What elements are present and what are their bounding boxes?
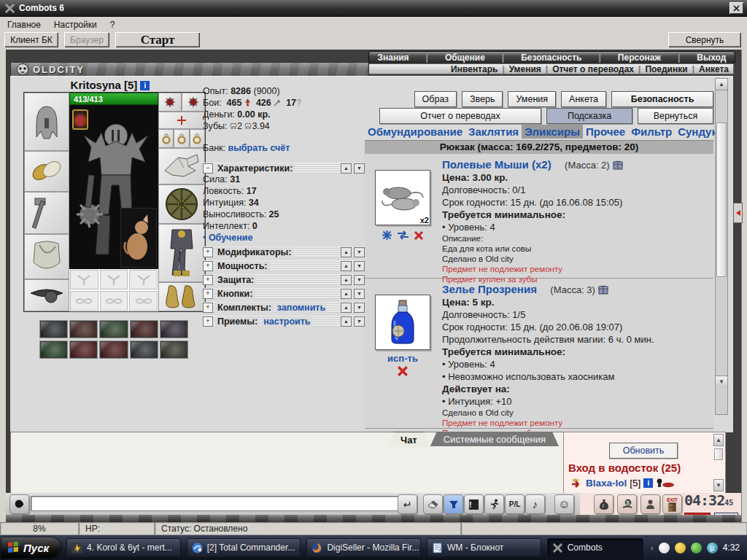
task-firefox[interactable]: DigiSeller - Mozilla Fir... [306,538,421,557]
expand-icon[interactable]: + [203,303,213,313]
tab-other[interactable]: Прочее [583,125,628,139]
gift-icon[interactable] [613,160,623,170]
delete-x-icon[interactable] [414,230,424,241]
spin-up-icon[interactable]: ▲ [341,303,352,313]
filter-funnel-icon[interactable] [444,494,463,514]
tile-shield-green-2[interactable] [39,341,68,359]
slot-earring-left[interactable] [158,93,182,112]
skills-button[interactable]: Умения [508,91,556,107]
nav-chat[interactable]: Общение [445,52,485,63]
slot-ghost-3[interactable] [129,270,158,289]
player-name-link[interactable]: Blaxa-lol [586,478,627,489]
spin-up-icon[interactable]: ▲ [341,261,352,271]
send-return-icon[interactable]: ↵ [398,494,417,514]
training-link[interactable]: Обучение [209,233,253,243]
spin-up-icon[interactable]: ▲ [341,247,352,257]
delete-x-icon[interactable] [397,365,409,377]
destroy-icon[interactable] [382,230,392,241]
slot-helmet[interactable] [24,93,69,151]
tile-fire[interactable] [69,320,98,338]
spin-down-icon[interactable]: ▼ [354,303,365,313]
menu-settings[interactable]: Настройки [49,18,102,31]
pay-hand-icon[interactable]: $ [617,494,637,514]
tab-chat[interactable]: Чат [387,432,430,447]
pet-image[interactable] [120,208,157,268]
spin-down-icon[interactable]: ▼ [354,316,365,327]
tile-shield-green[interactable] [99,320,128,338]
slot-armor[interactable] [24,234,69,279]
slot-ring-1[interactable] [158,129,174,148]
slot-ring-2[interactable] [174,129,189,148]
subnav-inventory[interactable]: Инвентарь [451,64,498,74]
scroll-down-icon[interactable]: ▼ [716,376,727,387]
pl-log-icon[interactable]: P/L [505,494,525,514]
beast-button[interactable]: Зверь [462,91,503,107]
slot-pants[interactable] [158,224,205,282]
scroll-down-icon[interactable]: ▼ [713,479,724,491]
spin-up-icon[interactable]: ▲ [341,163,352,174]
player-info-icon[interactable]: i [643,478,653,488]
collapse-icon[interactable]: − [203,163,213,174]
slot-earring-right[interactable] [182,93,205,112]
spin-up-icon[interactable]: ▲ [341,289,352,299]
spin-down-icon[interactable]: ▼ [354,275,365,285]
eraser-icon[interactable] [423,494,443,514]
tile-scroll[interactable] [160,341,188,359]
start-button[interactable]: Пуск [1,537,61,558]
item-title-link[interactable]: Зелье Прозрения [442,283,537,295]
task-notepad[interactable]: WM - Блокнот [427,538,541,557]
client-bk-button[interactable]: Клиент БК [4,32,58,47]
slot-ghost-2[interactable] [100,270,128,289]
spin-down-icon[interactable]: ▼ [354,261,365,271]
expand-icon[interactable]: + [203,275,213,285]
tile-sword[interactable] [39,320,68,338]
expand-icon[interactable]: + [203,316,213,327]
image-button[interactable]: Образ [414,91,457,107]
tile-dark-figure[interactable] [160,320,188,338]
nav-character[interactable]: Персонаж [618,52,661,63]
tab-system-messages[interactable]: Системные сообщения [430,432,559,446]
refresh-button[interactable]: Обновить [609,443,678,459]
slot-bracers[interactable] [24,151,69,192]
smiley-icon[interactable]: ☺ [554,494,574,514]
tile-sword-dark[interactable] [130,341,158,359]
tile-red-flag[interactable] [69,341,98,359]
nav-security[interactable]: Безопасность [521,52,581,63]
tray-qip-icon[interactable] [675,542,686,553]
tile-crossed-swords[interactable] [99,341,128,359]
tray-utorrent-icon[interactable]: µ [707,542,718,553]
menu-help[interactable]: ? [105,18,120,31]
subnav-profile[interactable]: Анкета [699,64,729,74]
subnav-skills[interactable]: Умения [509,64,541,74]
expand-icon[interactable]: + [203,289,213,299]
spin-down-icon[interactable]: ▼ [354,289,365,299]
person-icon[interactable] [640,494,660,514]
collapse-button[interactable]: Свернуть [668,32,741,47]
nav-exit[interactable]: Выход [697,52,726,63]
slot-weapon[interactable] [24,192,69,234]
tab-chest[interactable]: Сундук [675,125,720,139]
scrollbar-thumb[interactable] [714,448,723,460]
tab-filter[interactable]: Фильтр [628,125,675,139]
scrollbar-thumb[interactable] [716,122,727,277]
security-button[interactable]: Безопасность [611,91,713,107]
nav-knowledge[interactable]: Знания [378,52,409,63]
menu-main[interactable]: Главное [2,18,46,31]
tray-expand-icon[interactable]: ‹ [651,543,654,552]
scroll-up-icon[interactable]: ▲ [713,434,724,446]
browser-button[interactable]: Браузер [64,32,109,47]
tab-spells[interactable]: Заклятия [465,125,522,139]
subnav-transfers[interactable]: Отчет о переводах [552,64,634,74]
speak-icon[interactable] [9,494,29,514]
back-button[interactable]: Вернуться [638,108,713,124]
alert-icon[interactable]: ! [464,494,484,514]
exit-door-icon[interactable]: EXIT [662,494,682,514]
slot-boots[interactable] [158,282,205,311]
task-combots[interactable]: Combots [547,538,643,557]
close-icon[interactable] [729,2,743,14]
spin-up-icon[interactable]: ▲ [341,316,352,327]
spin-down-icon[interactable]: ▼ [354,163,365,174]
transfer-icon[interactable] [397,230,409,240]
music-icon[interactable]: ♪ [525,494,545,514]
slot-shield[interactable] [158,184,205,224]
